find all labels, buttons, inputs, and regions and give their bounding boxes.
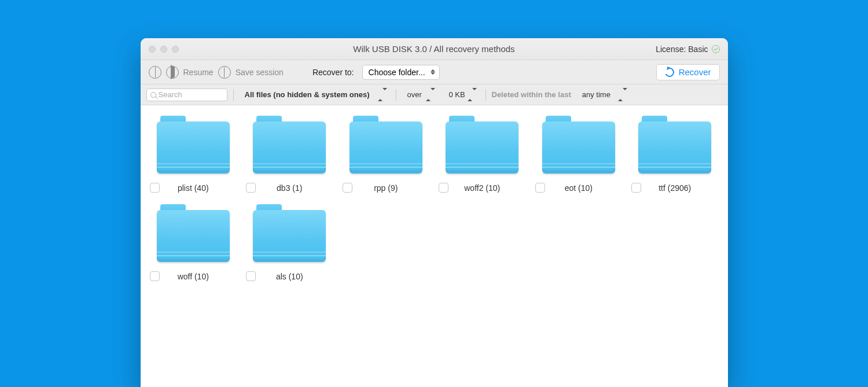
folder-item[interactable]: plist (40)	[145, 116, 242, 193]
folder-label: plist (40)	[150, 183, 237, 193]
folder-grid: plist (40)db3 (1)rpp (9)woff2 (10)eot (1…	[145, 116, 723, 281]
folder-icon	[253, 204, 326, 262]
folder-icon	[542, 116, 615, 174]
resume-button[interactable]	[166, 66, 179, 79]
folder-label: woff (10)	[150, 272, 237, 281]
folder-item[interactable]: eot (10)	[531, 116, 627, 193]
divider	[486, 89, 486, 101]
search-icon	[150, 92, 156, 98]
folder-label: rpp (9)	[343, 183, 430, 193]
folder-label: db3 (1)	[246, 183, 333, 193]
folder-icon	[253, 116, 326, 174]
divider	[396, 89, 396, 101]
app-window: Wilk USB DISK 3.0 / All recovery methods…	[141, 38, 728, 387]
chevron-left-icon	[154, 67, 156, 78]
deleted-time-select[interactable]: any time	[577, 89, 630, 101]
recover-to-select[interactable]: Choose folder...	[362, 65, 440, 80]
recover-to-value: Choose folder...	[369, 68, 425, 77]
download-icon	[224, 67, 225, 78]
search-input[interactable]: Search	[146, 89, 227, 101]
check-circle-icon	[712, 45, 720, 53]
save-session-button[interactable]	[218, 66, 231, 79]
recover-button-label: Recover	[679, 67, 711, 77]
folder-item[interactable]: db3 (1)	[241, 116, 338, 193]
size-op-select[interactable]: over	[402, 89, 438, 101]
folder-label: als (10)	[246, 272, 333, 281]
updown-icon	[468, 90, 477, 99]
close-icon[interactable]	[149, 46, 156, 53]
window-title: Wilk USB DISK 3.0 / All recovery methods	[141, 44, 728, 54]
updown-icon	[430, 69, 436, 75]
window-controls	[149, 46, 179, 53]
folder-item[interactable]: ttf (2906)	[627, 116, 723, 193]
search-placeholder: Search	[159, 90, 182, 99]
recover-button[interactable]: Recover	[656, 64, 720, 80]
folder-item[interactable]: als (10)	[241, 204, 338, 281]
updown-icon	[378, 90, 387, 99]
folder-icon	[638, 116, 711, 174]
save-session-label: Save session	[236, 68, 284, 77]
deleted-within-label: Deleted within the last	[492, 90, 571, 99]
divider	[233, 89, 234, 101]
updown-icon	[426, 90, 435, 99]
main-toolbar: Resume Save session Recover to: Choose f…	[141, 60, 728, 84]
size-op-value: over	[407, 90, 422, 99]
updown-icon	[618, 90, 627, 99]
recover-to-label: Recover to:	[312, 68, 354, 77]
file-filter-select[interactable]: All files (no hidden & system ones)	[240, 89, 390, 101]
title-bar: Wilk USB DISK 3.0 / All recovery methods…	[141, 38, 728, 60]
resume-label: Resume	[183, 68, 214, 77]
results-area: plist (40)db3 (1)rpp (9)woff2 (10)eot (1…	[141, 105, 728, 387]
folder-item[interactable]: rpp (9)	[338, 116, 435, 193]
folder-icon	[157, 116, 230, 174]
size-value-select[interactable]: 0 KB	[444, 89, 480, 101]
folder-icon	[157, 204, 230, 262]
folder-icon	[446, 116, 518, 174]
folder-item[interactable]: woff (10)	[145, 204, 242, 281]
folder-item[interactable]: woff2 (10)	[434, 116, 531, 193]
folder-icon	[350, 116, 422, 174]
minimize-icon[interactable]	[160, 46, 167, 53]
license-label: License: Basic	[656, 45, 708, 54]
file-filter-value: All files (no hidden & system ones)	[245, 90, 370, 99]
filter-toolbar: Search All files (no hidden & system one…	[141, 84, 728, 105]
zoom-icon[interactable]	[172, 46, 179, 53]
size-value: 0 KB	[449, 90, 465, 99]
license-indicator[interactable]: License: Basic	[656, 45, 719, 54]
folder-label: woff2 (10)	[439, 183, 526, 193]
deleted-time-value: any time	[582, 90, 610, 99]
refresh-icon	[663, 66, 675, 78]
folder-label: eot (10)	[535, 183, 623, 193]
folder-label: ttf (2906)	[631, 183, 719, 193]
back-button[interactable]	[149, 66, 161, 79]
play-icon	[170, 67, 175, 78]
